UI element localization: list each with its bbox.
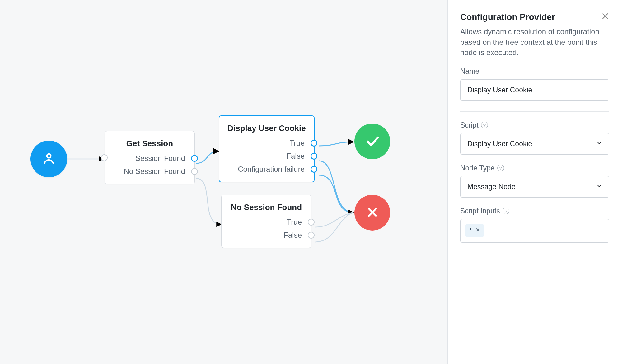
output-false[interactable]: False: [286, 151, 306, 162]
node-title: Get Session: [113, 139, 186, 148]
node-title: No Session Found: [230, 203, 303, 212]
port-out[interactable]: [311, 140, 317, 147]
output-label: True: [290, 139, 305, 147]
node-display-user-cookie[interactable]: Display User Cookie True False Configura…: [219, 115, 315, 182]
script-label: Script: [460, 121, 479, 129]
port-out[interactable]: [191, 168, 198, 175]
node-no-session-found[interactable]: No Session Found True False: [221, 195, 311, 248]
chip-label: *: [469, 226, 472, 235]
start-node[interactable]: [30, 141, 67, 177]
name-input[interactable]: [460, 79, 609, 101]
node-type-label: Node Type: [460, 164, 495, 172]
check-icon: [364, 133, 381, 150]
svg-point-0: [47, 154, 51, 158]
port-out[interactable]: [191, 155, 198, 162]
flow-canvas[interactable]: Get Session Session Found No Session Fou…: [0, 0, 447, 364]
port-out[interactable]: [311, 166, 317, 173]
output-false[interactable]: False: [283, 230, 303, 241]
person-icon: [41, 151, 56, 167]
node-title: Display User Cookie: [227, 124, 306, 133]
close-icon[interactable]: [601, 12, 609, 22]
script-inputs-field[interactable]: *: [460, 219, 609, 243]
output-label: False: [283, 231, 302, 239]
result-failure[interactable]: [354, 195, 390, 231]
output-session-found[interactable]: Session Found: [135, 153, 186, 164]
output-label: Session Found: [135, 154, 185, 162]
output-label: Configuration failure: [238, 165, 305, 173]
divider: [460, 111, 609, 112]
help-icon[interactable]: ?: [497, 165, 504, 171]
port-in[interactable]: [101, 154, 108, 161]
result-success[interactable]: [354, 124, 390, 159]
node-type-select[interactable]: [460, 176, 609, 198]
panel-description: Allows dynamic resolution of configurati…: [460, 26, 609, 58]
output-no-session-found[interactable]: No Session Found: [124, 166, 186, 177]
config-panel: Configuration Provider Allows dynamic re…: [447, 0, 622, 364]
port-out[interactable]: [308, 219, 315, 226]
name-label: Name: [460, 67, 609, 76]
output-label: False: [286, 152, 305, 160]
output-label: True: [287, 218, 302, 226]
output-label: No Session Found: [124, 167, 185, 175]
x-icon: [365, 205, 380, 221]
output-config-failure[interactable]: Configuration failure: [238, 164, 306, 175]
port-out[interactable]: [311, 153, 317, 160]
output-true[interactable]: True: [290, 138, 306, 149]
port-out[interactable]: [308, 232, 315, 239]
help-icon[interactable]: ?: [503, 208, 509, 214]
panel-title: Configuration Provider: [460, 12, 555, 22]
help-icon[interactable]: ?: [481, 122, 488, 128]
script-inputs-label: Script Inputs: [460, 207, 500, 215]
script-select[interactable]: [460, 133, 609, 155]
node-get-session[interactable]: Get Session Session Found No Session Fou…: [105, 131, 195, 184]
chip-remove-icon[interactable]: [475, 227, 480, 234]
output-true[interactable]: True: [287, 217, 303, 228]
chip[interactable]: *: [465, 224, 484, 237]
